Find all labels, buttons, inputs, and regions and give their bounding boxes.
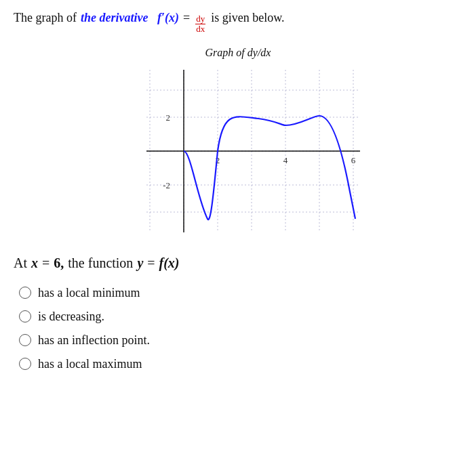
radio-button-4[interactable] bbox=[19, 358, 31, 370]
header: The graph of the derivative f′(x) = dy d… bbox=[14, 11, 462, 35]
graph-container: 2 -2 2 4 6 bbox=[109, 63, 367, 239]
header-prefix: The graph of bbox=[14, 11, 77, 25]
header-suffix: is given below. bbox=[211, 11, 284, 25]
question-yvar: y bbox=[137, 255, 143, 271]
svg-text:4: 4 bbox=[283, 155, 288, 165]
options-list: has a local minimum is decreasing. has a… bbox=[14, 286, 462, 371]
option-label-1: has a local minimum bbox=[38, 286, 140, 300]
fraction-dy-dx: dy dx bbox=[195, 14, 205, 35]
header-equals: = bbox=[183, 11, 190, 25]
option-item[interactable]: has a local minimum bbox=[19, 286, 462, 300]
svg-text:6: 6 bbox=[351, 155, 356, 165]
option-label-2: is decreasing. bbox=[38, 310, 104, 324]
option-label-4: has a local maximum bbox=[38, 357, 142, 371]
graph-svg: 2 -2 2 4 6 bbox=[109, 63, 367, 239]
header-highlight: the derivative f′(x) bbox=[81, 11, 179, 25]
svg-text:-2: -2 bbox=[163, 180, 170, 190]
option-item[interactable]: has an inflection point. bbox=[19, 333, 462, 348]
graph-area: Graph of dy/dx 2 -2 bbox=[14, 47, 462, 239]
radio-button-2[interactable] bbox=[19, 310, 31, 322]
radio-button-1[interactable] bbox=[19, 287, 31, 299]
option-item[interactable]: has a local maximum bbox=[19, 357, 462, 371]
svg-text:2: 2 bbox=[166, 112, 171, 123]
graph-title: Graph of dy/dx bbox=[205, 47, 271, 59]
option-item[interactable]: is decreasing. bbox=[19, 310, 462, 324]
question-the: the function bbox=[68, 255, 133, 271]
option-label-3: has an inflection point. bbox=[38, 333, 150, 348]
question-xvar: x bbox=[31, 255, 38, 271]
question-eq1: = bbox=[42, 255, 49, 271]
question-line: At x = 6, the function y = f(x) bbox=[14, 255, 462, 271]
question-func: f(x) bbox=[159, 255, 180, 271]
question-at: At bbox=[14, 255, 27, 271]
radio-button-3[interactable] bbox=[19, 334, 31, 346]
question-eq2: = bbox=[147, 255, 155, 271]
question-xval: 6, bbox=[54, 255, 64, 271]
